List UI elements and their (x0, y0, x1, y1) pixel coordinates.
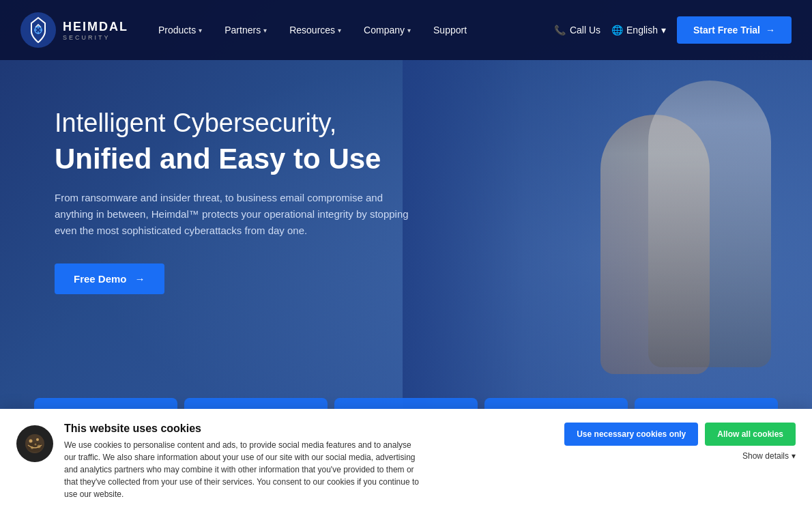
nav-item-resources[interactable]: Resources ▾ (280, 19, 351, 41)
nav-item-products[interactable]: Products ▾ (149, 19, 212, 41)
free-demo-button[interactable]: Free Demo → (55, 263, 164, 294)
brand-name: HEIMDAL (63, 20, 128, 34)
hero-title: Unified and Easy to Use (55, 142, 771, 176)
call-us-link[interactable]: 📞 Call Us (554, 25, 600, 35)
nav-right: 📞 Call Us 🌐 English ▾ Start Free Trial → (554, 16, 792, 44)
call-us-label: Call Us (570, 25, 600, 35)
show-details-link[interactable]: Show details ▾ (742, 451, 796, 461)
chevron-down-icon: ▾ (199, 27, 202, 34)
chevron-down-icon: ▾ (792, 451, 796, 461)
demo-btn-label: Free Demo (74, 273, 127, 285)
brand-sub: SECURITY (63, 34, 128, 41)
svg-point-19 (36, 438, 39, 441)
nav-item-partners[interactable]: Partners ▾ (215, 19, 276, 41)
cookie-svg-icon (23, 431, 47, 456)
svg-point-18 (29, 440, 33, 443)
nav-links: Products ▾ Partners ▾ Resources ▾ Compan… (149, 19, 554, 41)
show-details-label: Show details (742, 451, 789, 461)
svg-point-23 (27, 442, 43, 452)
cookie-banner: This website uses cookies We use cookies… (0, 409, 812, 514)
hero-subtitle: Intelligent Cybersecurity, (55, 108, 771, 139)
cookie-banner-description: We use cookies to personalise content an… (64, 439, 419, 500)
nav-company-label: Company (364, 25, 405, 35)
chevron-down-icon: ▾ (661, 25, 666, 35)
nav-resources-label: Resources (289, 25, 335, 35)
nav-partners-label: Partners (224, 25, 261, 35)
chevron-down-icon: ▾ (338, 27, 341, 34)
heimdal-logo-icon (20, 12, 56, 48)
logo-text: HEIMDAL SECURITY (63, 20, 128, 41)
language-selector[interactable]: 🌐 English ▾ (611, 25, 666, 35)
hero-description: From ransomware and insider threat, to b… (55, 190, 423, 239)
allow-all-cookies-button[interactable]: Allow all cookies (705, 423, 796, 446)
cookie-text-area: This website uses cookies We use cookies… (64, 423, 547, 500)
logo[interactable]: HEIMDAL SECURITY (20, 12, 128, 48)
trial-btn-label: Start Free Trial (693, 25, 760, 35)
arrow-right-icon: → (766, 25, 775, 35)
use-necessary-cookies-button[interactable]: Use necessary cookies only (564, 423, 698, 446)
nav-item-company[interactable]: Company ▾ (354, 19, 420, 41)
nav-products-label: Products (158, 25, 196, 35)
navbar: HEIMDAL SECURITY Products ▾ Partners ▾ R… (0, 0, 812, 60)
cookie-buttons: Use necessary cookies only Allow all coo… (564, 423, 796, 461)
chevron-down-icon: ▾ (263, 27, 267, 34)
start-free-trial-button[interactable]: Start Free Trial → (677, 16, 792, 44)
cookie-btn-row: Use necessary cookies only Allow all coo… (564, 423, 796, 446)
phone-icon: 📞 (554, 25, 566, 35)
arrow-right-icon: → (135, 273, 145, 285)
cookie-icon (16, 425, 53, 462)
cookie-banner-title: This website uses cookies (64, 423, 547, 435)
language-label: English (626, 25, 658, 35)
globe-icon: 🌐 (611, 25, 623, 35)
nav-support-label: Support (433, 25, 467, 35)
chevron-down-icon: ▾ (407, 27, 411, 34)
nav-item-support[interactable]: Support (424, 19, 476, 41)
